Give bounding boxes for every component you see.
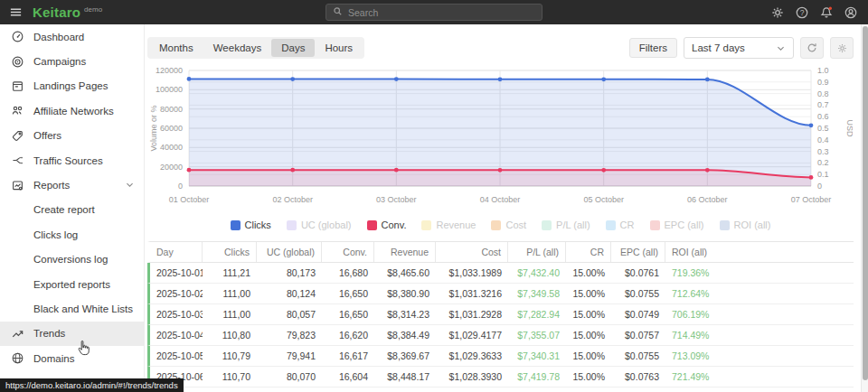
cell-conv: 16,620 [322,330,374,341]
legend-label: Cost [505,219,526,230]
tab-days[interactable]: Days [271,39,315,57]
legend-color-chip [231,220,241,230]
cell-revenue: $8,384.49 [374,330,436,341]
legend-item-uc-global[interactable]: UC (global) [287,219,352,230]
link-url-statusbar: https://demo.keitaro.io/admin/#!/trends/… [0,378,184,392]
svg-text:04 October: 04 October [480,195,521,204]
account-icon[interactable] [843,5,859,21]
svg-text:1.0: 1.0 [817,66,829,75]
sidebar-item-clicks-log[interactable]: Clicks log [0,222,144,247]
app-logo[interactable]: Keitaro [33,5,80,20]
column-header-cost: Cost [436,242,508,262]
svg-text:02 October: 02 October [272,195,313,204]
cell-cr: 15.00% [566,267,611,278]
cell-p-l-all: $7,355.07 [508,330,566,341]
sidebar-item-reports[interactable]: Reports [0,173,144,197]
cell-day: 2025-10-05 [150,350,203,361]
cell-roi-all: 714.49% [665,330,854,341]
svg-text:0: 0 [178,182,183,191]
tab-months[interactable]: Months [149,39,203,57]
legend-item-revenue[interactable]: Revenue [421,219,476,230]
column-header-cr: CR [566,242,611,262]
cell-conv: 16,617 [322,350,374,361]
legend-item-cost[interactable]: Cost [491,219,526,230]
tab-weekdays[interactable]: Weekdays [203,39,271,57]
sidebar-item-label: Clicks log [33,229,78,240]
trends-table: DayClicksUC (global)Conv.RevenueCostP/L … [147,241,854,390]
help-icon[interactable]: ? [794,5,810,21]
cell-epc-all: $0.0755 [611,288,665,299]
cell-clicks: 110,79 [203,350,257,361]
cell-day: 2025-10-03 [150,309,203,320]
sidebar-item-label: Conversions log [33,254,108,265]
search-input[interactable] [348,7,529,18]
sidebar-item-create-report[interactable]: Create report [0,198,144,222]
legend-label: UC (global) [301,219,352,230]
legend-item-cr[interactable]: CR [606,219,635,230]
legend-item-clicks[interactable]: Clicks [231,219,271,230]
tab-hours[interactable]: Hours [315,39,363,57]
chart-legend: ClicksUC (global)Conv.RevenueCostP/L (al… [147,214,854,236]
column-header-conv: Conv. [322,242,374,262]
cell-cost: $1,029.3633 [436,350,508,361]
svg-text:01 October: 01 October [169,195,210,204]
sidebar-item-domains[interactable]: Domains [0,346,144,370]
svg-text:0.2: 0.2 [817,158,829,167]
trends-chart-area: 00.10.20.30.40.50.60.70.80.91.0020000400… [147,63,854,211]
cell-day: 2025-10-04 [150,330,203,341]
legend-item-roi-all[interactable]: ROI (all) [720,219,771,230]
sidebar-item-conversions-log[interactable]: Conversions log [0,247,144,272]
chart-settings-button[interactable] [830,37,854,59]
date-range-value: Last 7 days [692,42,745,53]
svg-text:0.8: 0.8 [817,89,829,98]
sidebar-item-black-and-white-lists[interactable]: Black and White Lists [0,296,144,321]
hamburger-menu-icon[interactable] [4,0,27,24]
sidebar-item-exported-reports[interactable]: Exported reports [0,272,144,296]
cell-conv: 16,650 [322,288,374,299]
sidebar-item-label: Black and White Lists [33,303,133,314]
legend-item-conv[interactable]: Conv. [367,219,407,230]
cell-uc-global: 80,070 [257,371,322,382]
sidebar-item-trends[interactable]: Trends [0,322,144,346]
svg-text:0: 0 [817,182,822,191]
controls-row: MonthsWeekdaysDaysHours Filters Last 7 d… [147,37,854,59]
svg-text:120000: 120000 [156,66,183,75]
svg-text:0.7: 0.7 [817,100,829,109]
svg-text:05 October: 05 October [583,195,624,204]
topbar: Keitaro demo ? [0,0,868,24]
sidebar-item-traffic-sources[interactable]: Traffic Sources [0,148,144,173]
filters-button[interactable]: Filters [629,38,677,58]
svg-text:60000: 60000 [160,124,183,133]
legend-item-p-l-all[interactable]: P/L (all) [542,219,590,230]
cell-epc-all: $0.0763 [611,371,665,382]
cell-cost: $1,029.4177 [436,330,508,341]
sidebar-item-dashboard[interactable]: Dashboard [0,24,144,49]
svg-text:0.4: 0.4 [817,135,829,145]
legend-item-epc-all[interactable]: EPC (all) [650,219,704,230]
column-header-day: Day [150,242,203,262]
scrollbar-thumb[interactable] [863,26,868,380]
sidebar-item-label: Offers [33,130,61,141]
sidebar-item-landings-pages[interactable]: Landings Pages [0,74,144,98]
cell-conv: 16,604 [322,371,374,382]
refresh-button[interactable] [800,37,824,59]
legend-color-chip [421,220,431,230]
date-range-select[interactable]: Last 7 days [684,37,794,59]
legend-color-chip [367,220,377,230]
sidebar-item-label: Landings Pages [33,80,108,91]
cell-p-l-all: $7,340.31 [508,350,566,361]
legend-label: CR [620,219,635,230]
affiliate-icon [11,104,25,118]
svg-text:80000: 80000 [160,105,183,114]
sidebar-item-campaigns[interactable]: Campaigns [0,49,144,73]
sidebar-item-affiliate-networks[interactable]: Affiliate Networks [0,98,144,123]
search-box[interactable] [326,4,542,21]
bell-icon[interactable] [818,5,835,21]
gear-icon[interactable] [769,5,786,21]
cell-uc-global: 80,057 [257,309,322,320]
svg-text:USD: USD [845,119,853,137]
main-content: MonthsWeekdaysDaysHours Filters Last 7 d… [145,24,861,392]
sidebar-item-offers[interactable]: Offers [0,124,144,148]
cell-day: 2025-10-02 [150,288,203,299]
legend-label: ROI (all) [734,219,771,230]
